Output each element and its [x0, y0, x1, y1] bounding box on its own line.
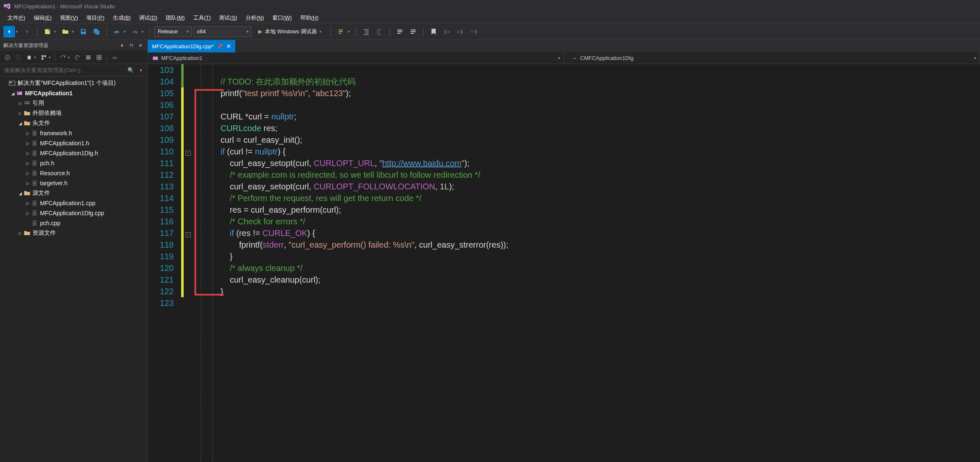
code-line[interactable]: /* Perform the request, res will get the…	[202, 192, 980, 204]
comment-button[interactable]	[394, 26, 406, 37]
save-button[interactable]	[77, 26, 89, 37]
start-debug-button[interactable]: ▶ 本地 Windows 调试器 ▾	[253, 26, 327, 37]
header-file[interactable]: ▷hResource.h	[0, 168, 147, 178]
sources-folder[interactable]: ◢源文件	[0, 188, 147, 198]
resources-folder[interactable]: ▷资源文件	[0, 228, 147, 238]
menu-F[interactable]: 文件(F)	[3, 12, 30, 23]
clear-bookmarks-button[interactable]: ✕▮	[468, 26, 479, 37]
header-file[interactable]: ▷hpch.h	[0, 158, 147, 168]
source-file[interactable]: ▷++MFCApplication1.cpp	[0, 198, 147, 208]
expander-icon[interactable]: ▷	[25, 141, 31, 146]
panel-menu-button[interactable]: ▾	[118, 42, 126, 49]
save-all-button[interactable]	[91, 26, 102, 37]
code-line[interactable]	[202, 99, 980, 111]
nav-back-menu[interactable]: ▾	[16, 30, 20, 34]
code-line[interactable]: CURLcode res;	[202, 122, 980, 134]
header-file[interactable]: ▷hMFCApplication1.h	[0, 138, 147, 148]
redo-button[interactable]	[129, 26, 141, 37]
code-line[interactable]: // TODO: 在此添加额外的初始化代码	[202, 76, 980, 87]
prev-bookmark-button[interactable]: ▮◂	[441, 26, 453, 37]
search-icon[interactable]: 🔍	[126, 67, 136, 73]
code-line[interactable]: if (res != CURLE_OK) {	[202, 227, 980, 239]
menu-N[interactable]: 分析(N)	[242, 12, 268, 23]
headers-folder[interactable]: ◢头文件	[0, 118, 147, 128]
fold-toggle[interactable]: −	[186, 151, 191, 156]
menu-W[interactable]: 窗口(W)	[268, 12, 296, 23]
new-item-menu[interactable]: ▾	[54, 30, 58, 34]
platform-dropdown[interactable]: x64	[193, 26, 252, 37]
switch-views-menu[interactable]: ▾	[49, 55, 52, 60]
code-line[interactable]: fprintf(stderr, "curl_easy_perform() fai…	[202, 239, 980, 251]
undo-button[interactable]	[111, 26, 123, 37]
code-line[interactable]: if (curl != nullptr) {	[202, 146, 980, 157]
nav-back-button[interactable]	[3, 26, 15, 37]
expander-icon[interactable]: ▷	[17, 111, 23, 116]
home-menu[interactable]: ▾	[34, 55, 38, 60]
file-tab[interactable]: MFCApplication1Dlg.cpp* 📌 ✕	[148, 40, 235, 52]
code-line[interactable]: /* Check for errors */	[202, 216, 980, 227]
expander-icon[interactable]: ◢	[10, 91, 16, 96]
open-file-button[interactable]	[60, 26, 71, 37]
pending-changes-button[interactable]	[58, 52, 68, 62]
switch-views-button[interactable]	[39, 52, 49, 62]
panel-close-button[interactable]: ✕	[137, 42, 144, 49]
expander-icon[interactable]: ▷	[25, 161, 31, 166]
search-input[interactable]	[2, 65, 126, 75]
code-line[interactable]: /* example.com is redirected, so we tell…	[202, 169, 980, 181]
project-node[interactable]: ◢MFCApplication1	[0, 88, 147, 98]
close-icon[interactable]: ✕	[226, 43, 231, 50]
expander-icon[interactable]: ▷	[17, 231, 23, 236]
fold-column[interactable]: −	[184, 229, 193, 238]
code-line[interactable]: /* always cleanup */	[202, 262, 980, 274]
menu-P[interactable]: 项目(P)	[82, 12, 108, 23]
indent-decrease-button[interactable]	[374, 26, 385, 37]
code-line[interactable]	[202, 297, 980, 309]
fold-toggle[interactable]: −	[186, 232, 191, 237]
properties-button[interactable]: <>	[110, 52, 120, 62]
code-line[interactable]	[202, 64, 980, 76]
back-button[interactable]	[2, 52, 12, 62]
expander-icon[interactable]: ▷	[25, 131, 31, 136]
open-file-menu[interactable]: ▾	[72, 30, 76, 34]
menu-B[interactable]: 生成(B)	[109, 12, 135, 23]
code-line[interactable]: curl_easy_cleanup(curl);	[202, 274, 980, 286]
redo-menu[interactable]: ▾	[142, 30, 145, 34]
show-all-button[interactable]	[94, 52, 104, 62]
panel-pin-button[interactable]: ⊓	[127, 42, 135, 49]
menu-V[interactable]: 视图(V)	[56, 12, 82, 23]
header-file[interactable]: ▷htargetver.h	[0, 178, 147, 188]
menu-T[interactable]: 工具(T)	[189, 12, 215, 23]
header-file[interactable]: ▷hMFCApplication1Dlg.h	[0, 148, 147, 158]
expander-icon[interactable]: ▷	[25, 201, 31, 206]
config-dropdown[interactable]: Release	[154, 26, 192, 37]
next-bookmark-button[interactable]: ▸▮	[454, 26, 466, 37]
pin-icon[interactable]: 📌	[217, 44, 223, 49]
source-file[interactable]: ++pch.cpp	[0, 218, 147, 228]
code-line[interactable]: CURL *curl = nullptr;	[202, 111, 980, 122]
code-line[interactable]: printf("test printf %s\r\n", "abc123");	[202, 87, 980, 99]
find-button[interactable]	[335, 26, 347, 37]
undo-menu[interactable]: ▾	[124, 30, 127, 34]
new-item-button[interactable]	[42, 26, 53, 37]
collapse-all-button[interactable]	[83, 52, 93, 62]
code-line[interactable]: curl_easy_setopt(curl, CURLOPT_URL, "htt…	[202, 157, 980, 169]
bookmark-button[interactable]	[428, 26, 439, 37]
code-line[interactable]: curl = curl_easy_init();	[202, 134, 980, 146]
expander-icon[interactable]: ▷	[25, 211, 31, 216]
indent-increase-button[interactable]	[360, 26, 372, 37]
search-menu[interactable]: ▾	[136, 68, 146, 72]
scope-dropdown[interactable]: MFCApplication1	[148, 52, 564, 64]
menu-S[interactable]: 测试(S)	[215, 12, 241, 23]
forward-button[interactable]	[13, 52, 23, 62]
menu-H[interactable]: 帮助(H)	[296, 12, 323, 23]
references-node[interactable]: ▷引用	[0, 98, 147, 108]
uncomment-button[interactable]	[407, 26, 419, 37]
menu-E[interactable]: 编辑(E)	[30, 12, 56, 23]
expander-icon[interactable]: ◢	[17, 191, 23, 196]
code-line[interactable]: res = curl_easy_perform(curl);	[202, 204, 980, 216]
expander-icon[interactable]: ▷	[25, 151, 31, 156]
expander-icon[interactable]: ▷	[25, 181, 31, 186]
fold-column[interactable]: −	[184, 147, 193, 156]
expander-icon[interactable]: ◢	[17, 121, 23, 126]
code-line[interactable]: curl_easy_setopt(curl, CURLOPT_FOLLOWLOC…	[202, 181, 980, 192]
